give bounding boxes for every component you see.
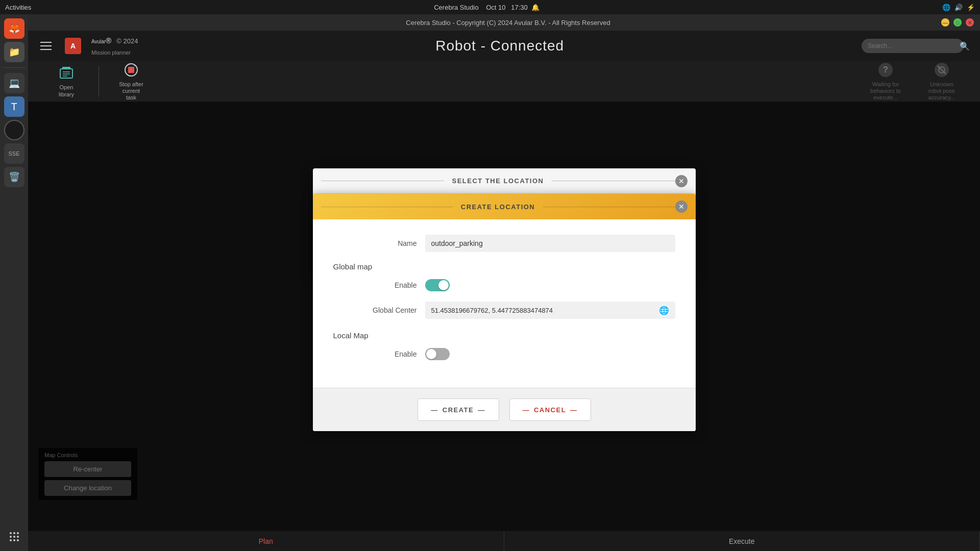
title-bar-controls: — □ ✕ <box>941 18 974 27</box>
dock-icon-sss[interactable]: SSE <box>4 143 24 164</box>
app-header: A Avular® © 2024 Mission planner Robot -… <box>28 31 980 61</box>
dock-icon-terminal[interactable]: 💻 <box>4 73 24 93</box>
toolbar-stop-after-current-task[interactable]: Stop aftercurrenttask <box>103 63 159 100</box>
cancel-button-label: CANCEL <box>534 406 566 414</box>
select-location-close-button[interactable]: ✕ <box>675 175 688 187</box>
toolbar: Openlibrary Stop aftercurrenttask ? <box>28 61 980 102</box>
modal-header-right-line <box>552 181 675 181</box>
tab-plan-label: Plan <box>259 537 273 545</box>
create-location-body: Name Global map Enable <box>313 219 696 388</box>
bottom-tabs: Plan Execute <box>28 531 980 551</box>
dock-apps-icon[interactable] <box>4 527 24 547</box>
svg-rect-10 <box>62 67 70 69</box>
stop-after-label: Stop aftercurrenttask <box>119 81 143 102</box>
svg-point-3 <box>10 536 12 538</box>
create-location-title: CREATE LOCATION <box>453 203 544 211</box>
global-map-toggle-container <box>425 279 450 291</box>
global-map-toggle[interactable] <box>425 279 450 291</box>
system-bar: Activities Cerebra Studio Oct 10 17:30 🔔… <box>0 0 980 14</box>
brand-name: Avular® © 2024 <box>91 36 138 49</box>
svg-point-8 <box>17 539 19 541</box>
dock-icon-files[interactable]: 📁 <box>4 42 24 62</box>
global-map-section: Global map Enable <box>333 262 675 319</box>
global-center-field[interactable]: 51.4538196679762, 5.447725883474874 🌐 <box>425 302 675 319</box>
title-bar: Cerebra Studio - Copyright (C) 2024 Avul… <box>28 14 980 31</box>
local-map-title: Local Map <box>333 331 675 340</box>
dock-separator <box>3 67 26 68</box>
brand-text: Avular® © 2024 Mission planner <box>91 36 138 56</box>
local-map-enable-label: Enable <box>333 350 425 358</box>
map-area: Map Controls Re-center Change location S… <box>28 102 980 531</box>
search-icon: 🔍 <box>960 41 970 51</box>
system-title: Cerebra Studio <box>434 4 478 11</box>
stop-after-icon <box>122 62 140 78</box>
toolbar-waiting-behaviors: ? Waiting forbehaviors toexecute... <box>857 63 914 100</box>
toolbar-open-library[interactable]: Openlibrary <box>38 63 94 100</box>
create-button-label: CREATE <box>443 406 474 414</box>
maximize-button[interactable]: □ <box>953 18 962 27</box>
dock-icon-trash[interactable]: 🗑️ <box>4 167 24 187</box>
title-bar-title: Cerebra Studio - Copyright (C) 2024 Avul… <box>75 19 941 27</box>
svg-point-5 <box>17 536 19 538</box>
brand-subtitle: Mission planner <box>91 49 138 56</box>
brand-sup: ® <box>106 36 111 45</box>
svg-point-0 <box>10 532 12 534</box>
global-center-value: 51.4538196679762, 5.447725883474874 <box>431 307 659 314</box>
toolbar-divider-1 <box>99 66 99 97</box>
local-map-enable-row: Enable <box>333 348 675 360</box>
create-location-header: CREATE LOCATION ✕ <box>313 194 696 219</box>
system-bar-right: 🌐 🔊 ⚡ <box>942 4 975 11</box>
volume-icon: 🔊 <box>954 4 963 11</box>
close-button[interactable]: ✕ <box>966 18 974 27</box>
select-location-title: SELECT THE LOCATION <box>444 177 552 185</box>
app-title: Robot - Connected <box>148 38 851 54</box>
create-location-modal: CREATE LOCATION ✕ Name Global ma <box>313 194 696 431</box>
hamburger-button[interactable] <box>38 38 55 54</box>
svg-rect-15 <box>128 67 134 73</box>
name-input[interactable] <box>425 235 675 252</box>
svg-point-4 <box>13 536 15 538</box>
system-bar-center: Cerebra Studio Oct 10 17:30 🔔 <box>31 4 942 11</box>
unknown-robot-pose-icon <box>933 62 951 78</box>
search-input[interactable] <box>862 39 964 53</box>
app-area: Cerebra Studio - Copyright (C) 2024 Avul… <box>28 14 980 551</box>
local-map-toggle[interactable] <box>425 348 450 360</box>
dock-icon-circle[interactable] <box>4 120 24 140</box>
global-center-row: Global Center 51.4538196679762, 5.447725… <box>333 302 675 319</box>
minimize-button[interactable]: — <box>941 18 949 27</box>
system-time: 17:30 <box>511 4 528 11</box>
local-toggle-knob <box>426 349 436 359</box>
svg-point-7 <box>13 539 15 541</box>
dock-icon-text-editor[interactable]: T <box>4 96 24 117</box>
global-map-enable-label: Enable <box>333 281 425 289</box>
app-logo: A <box>65 38 81 54</box>
tab-execute[interactable]: Execute <box>504 531 981 551</box>
svg-text:?: ? <box>883 65 888 74</box>
waiting-behaviors-label: Waiting forbehaviors toexecute... <box>870 81 901 102</box>
name-label: Name <box>333 239 425 247</box>
create-button[interactable]: — CREATE — <box>418 398 499 421</box>
open-library-label: Openlibrary <box>59 84 74 97</box>
modal-header-left-line <box>321 181 444 181</box>
select-location-header: SELECT THE LOCATION ✕ <box>313 168 696 194</box>
create-location-footer: — CREATE — — CANCEL — <box>313 388 696 431</box>
svg-point-2 <box>17 532 19 534</box>
globe-icon[interactable]: 🌐 <box>659 306 669 315</box>
dock-icon-firefox[interactable]: 🦊 <box>4 18 24 39</box>
svg-point-6 <box>10 539 12 541</box>
global-map-title: Global map <box>333 262 675 271</box>
open-library-icon <box>57 65 76 81</box>
toolbar-unknown-robot-pose: Unknownrobot poseaccuracy... <box>914 63 970 100</box>
tab-plan[interactable]: Plan <box>28 531 504 551</box>
local-map-toggle-container <box>425 348 450 360</box>
create-location-close-button[interactable]: ✕ <box>675 201 688 213</box>
dock-bottom <box>4 527 24 547</box>
global-center-label: Global Center <box>333 306 425 314</box>
cancel-button[interactable]: — CANCEL — <box>509 398 591 421</box>
activities-label[interactable]: Activities <box>5 4 31 11</box>
name-row: Name <box>333 235 675 252</box>
local-map-section: Local Map Enable <box>333 331 675 360</box>
tab-execute-label: Execute <box>729 537 755 545</box>
global-map-enable-row: Enable <box>333 279 675 291</box>
system-bar-left: Activities <box>5 4 31 11</box>
